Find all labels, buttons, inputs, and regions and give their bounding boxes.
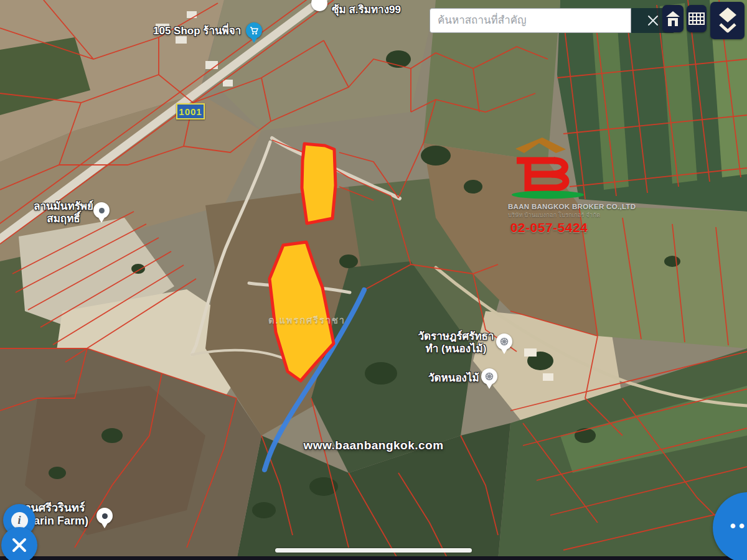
- broker-logo-mark-icon: [508, 136, 590, 199]
- company-name-th: บริษัท บ้านแบงกอก โบรกเกอร์ จำกัด: [508, 210, 590, 220]
- ellipsis-icon: •••: [721, 516, 747, 536]
- layers-diamond-icon: [715, 6, 740, 35]
- dharma-wheel-icon: [499, 337, 509, 347]
- label-subdistrict: ต.แพรกศรีราชา: [254, 313, 360, 327]
- info-icon: i: [11, 512, 28, 529]
- label-cassava-yard: ลานมันทรัพย์ สมฤทธิ์: [26, 200, 101, 225]
- grid-button[interactable]: [687, 5, 707, 32]
- label-temple-rat: วัดราษฎร์ศรัทธา ทำ (หนองไม้): [411, 330, 501, 355]
- phone-number: 02-057-5424: [508, 220, 590, 235]
- measure-tools-icon: [9, 535, 29, 555]
- company-name-en: BAAN BANGKOK BROKER CO.,LTD: [508, 203, 590, 210]
- farm-pin-icon[interactable]: [96, 508, 113, 528]
- logo-green-bar: [512, 191, 584, 199]
- label-cassava-yard-line1: ลานมันทรัพย์: [26, 200, 101, 213]
- grid-table-icon: [688, 12, 705, 25]
- label-temple-rat-line2: ทำ (หนองไม้): [411, 343, 501, 355]
- website-watermark: www.baanbangkok.com: [303, 439, 443, 452]
- highlighted-parcel-north[interactable]: [302, 144, 336, 223]
- bottom-strip: [0, 556, 747, 560]
- search-input[interactable]: [430, 8, 631, 33]
- home-button[interactable]: [662, 5, 684, 32]
- route-shield-1001: 1001: [176, 103, 205, 119]
- satellite-map[interactable]: [0, 0, 747, 560]
- temple-rat-pin-icon[interactable]: [496, 334, 512, 354]
- search-bar: [430, 8, 675, 33]
- clear-x-icon: [646, 14, 660, 27]
- logo-b-shape: [517, 161, 566, 188]
- dharma-wheel-icon: [484, 371, 494, 381]
- temple-nongmai-pin-icon[interactable]: [481, 368, 497, 389]
- layers-button[interactable]: [710, 2, 745, 39]
- cassava-yard-pin-icon[interactable]: [93, 202, 110, 223]
- logo-roof-shape: [515, 138, 566, 153]
- broker-logo: BAAN BANGKOK BROKER CO.,LTD บริษัท บ้านแ…: [508, 136, 590, 226]
- topbar: [0, 0, 747, 44]
- label-cassava-yard-line2: สมฤทธิ์: [26, 213, 101, 225]
- label-temple-rat-line1: วัดราษฎร์ศรัทธา: [411, 330, 501, 343]
- home-indicator-bar[interactable]: [275, 548, 472, 553]
- map-view[interactable]: ซุ้ม ส.ริมทาง99 105 Shop ร้านพี่จา 1001 …: [0, 0, 747, 560]
- home-icon: [665, 11, 680, 27]
- measure-button[interactable]: [1, 527, 37, 560]
- label-temple-nongmai: วัดหนองไม้: [428, 372, 479, 385]
